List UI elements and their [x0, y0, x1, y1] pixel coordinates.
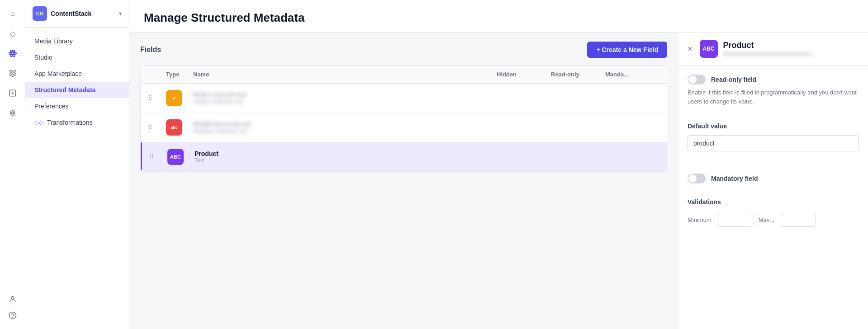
home-icon[interactable]: ⌂	[5, 5, 21, 22]
sidebar-item-app-marketplace[interactable]: App Marketplace	[25, 66, 129, 82]
fields-toolbar: Fields + Create a New Field	[129, 33, 678, 65]
panel-title: Product	[723, 41, 814, 50]
minimum-label: Minimum	[688, 216, 711, 223]
page-title: Manage Structured Metadata	[144, 11, 854, 25]
hand-icon[interactable]	[5, 105, 21, 121]
col-mandatory: Manda...	[605, 71, 659, 78]
close-button[interactable]: ×	[688, 44, 693, 54]
sidebar-item-studio[interactable]: Studio	[25, 49, 129, 66]
field-name: ROW 1 blurred text	[193, 91, 497, 98]
right-panel: × ABC Product ●●●●●●●●●●●●●●●●●●●●●●● } …	[678, 33, 868, 329]
fields-section-title: Fields	[140, 46, 161, 54]
max-label: Max...	[759, 216, 774, 223]
divider	[688, 191, 859, 191]
transformations-icon: ◇◇	[34, 119, 43, 126]
readonly-toggle[interactable]	[688, 75, 706, 85]
sidebar-item-label: Structured Metadata	[34, 86, 95, 94]
page-header: Manage Structured Metadata	[129, 0, 868, 33]
svg-point-5	[11, 112, 14, 114]
main-body: Fields + Create a New Field Type Name Hi…	[129, 33, 868, 329]
field-info: MultiProduct blurred Multiple selection …	[193, 121, 497, 134]
org-avatar: CO	[33, 6, 47, 21]
panel-type-badge: ABC	[700, 40, 718, 58]
col-name: Name	[193, 71, 497, 78]
svg-point-0	[11, 52, 14, 55]
table-row[interactable]: ⠿ ✓ ROW 1 blurred text Single selection …	[141, 84, 667, 113]
col-type: Type	[166, 71, 193, 78]
sidebar-item-label: Preferences	[34, 103, 68, 110]
svg-point-9	[12, 317, 13, 317]
panel-subtitle: ●●●●●●●●●●●●●●●●●●●●●●● }	[723, 50, 814, 57]
org-header[interactable]: CO ContentStack ▾	[25, 0, 129, 28]
sidebar-item-label: App Marketplace	[34, 70, 82, 77]
mandatory-toggle-row: Mandatory field	[688, 174, 859, 183]
sidebar-item-preferences[interactable]: Preferences	[25, 98, 129, 114]
bottom-icons	[5, 291, 21, 324]
icon-bar: ⌂ ◇	[0, 0, 25, 329]
table-row[interactable]: ⠿ abc MultiProduct blurred Multiple sele…	[141, 113, 667, 142]
field-info: ROW 1 blurred text Single selection list	[193, 91, 497, 105]
chevron-down-icon: ▾	[119, 10, 122, 17]
plugin-icon[interactable]	[5, 85, 21, 101]
panel-header: × ABC Product ●●●●●●●●●●●●●●●●●●●●●●● }	[678, 33, 868, 66]
field-name: Product	[194, 150, 497, 157]
readonly-toggle-row: Read-only field	[688, 75, 859, 85]
sidebar-nav: Media Library Studio App Marketplace Str…	[25, 28, 129, 136]
drag-handle-icon: ⠿	[148, 124, 166, 131]
divider	[688, 166, 859, 166]
field-type-badge: abc	[166, 119, 182, 136]
readonly-label: Read-only field	[711, 76, 756, 83]
field-type-badge: ABC	[167, 149, 184, 165]
field-name: MultiProduct blurred	[193, 121, 497, 127]
col-readonly: Read-only	[551, 71, 605, 78]
default-value-section-title: Default value	[688, 122, 859, 130]
default-value-input[interactable]	[688, 135, 859, 151]
table-header: Type Name Hidden Read-only Manda...	[141, 66, 667, 84]
sidebar-item-label: Studio	[34, 54, 52, 61]
col-drag	[148, 71, 166, 78]
table-row[interactable]: ⠿ ABC Product Text	[141, 142, 667, 171]
validations-section-title: Validations	[688, 198, 859, 206]
sidebar-item-label: Transformations	[47, 119, 93, 126]
sidebar-item-label: Media Library	[34, 38, 73, 45]
diamond-icon[interactable]: ◇	[5, 25, 21, 42]
sidebar-item-media-library[interactable]: Media Library	[25, 33, 129, 49]
field-subtype: Multiple selection list	[193, 127, 497, 134]
readonly-description: Enable if this field is filled in progra…	[688, 88, 859, 106]
atom-icon[interactable]	[5, 45, 21, 61]
panel-body: Read-only field Enable if this field is …	[678, 66, 868, 236]
field-type-badge: ✓	[166, 90, 182, 106]
main-content: Manage Structured Metadata Fields + Crea…	[129, 0, 868, 329]
drag-handle-icon: ⠿	[148, 94, 166, 102]
svg-point-6	[10, 111, 15, 116]
field-subtype: Text	[194, 157, 497, 164]
help-icon[interactable]	[5, 307, 21, 324]
fields-table: Type Name Hidden Read-only Manda... ⠿ ✓ …	[140, 65, 667, 172]
col-hidden: Hidden	[497, 71, 551, 78]
layers-icon[interactable]	[5, 65, 21, 81]
user-icon[interactable]	[5, 291, 21, 307]
sidebar-item-transformations[interactable]: ◇◇ Transformations	[25, 114, 129, 131]
org-name: ContentStack	[51, 10, 115, 17]
max-input[interactable]	[780, 213, 816, 227]
create-new-field-button[interactable]: + Create a New Field	[587, 42, 667, 58]
sidebar-item-structured-metadata[interactable]: Structured Metadata	[25, 82, 129, 98]
sidebar: CO ContentStack ▾ Media Library Studio A…	[25, 0, 129, 329]
divider	[688, 115, 859, 115]
mandatory-toggle[interactable]	[688, 174, 706, 183]
svg-point-7	[11, 296, 14, 299]
fields-panel: Fields + Create a New Field Type Name Hi…	[129, 33, 678, 329]
mandatory-label: Mandatory field	[711, 175, 758, 182]
field-subtype: Single selection list	[193, 98, 497, 105]
minimum-input[interactable]	[717, 213, 753, 227]
field-info: Product Text	[194, 150, 497, 164]
validations-row: Minimum Max...	[688, 213, 859, 227]
drag-handle-icon: ⠿	[149, 153, 167, 160]
panel-title-group: Product ●●●●●●●●●●●●●●●●●●●●●●● }	[723, 41, 814, 57]
